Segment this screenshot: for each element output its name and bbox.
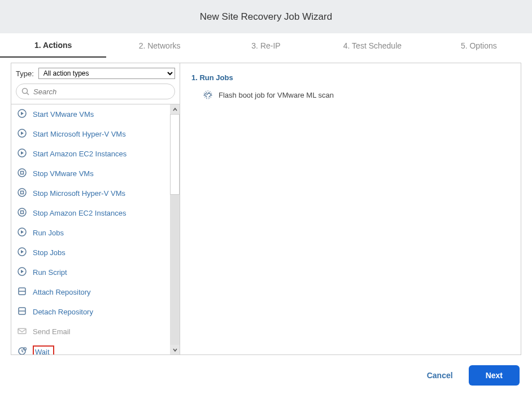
action-item-wait[interactable]: Wait: [11, 342, 180, 354]
action-list-container: Start VMware VMsStart Microsoft Hyper-V …: [11, 104, 180, 354]
action-label: Stop Jobs: [33, 248, 66, 257]
action-label: Start Amazon EC2 Instances: [33, 150, 127, 158]
action-label: Detach Repository: [33, 308, 93, 316]
svg-rect-18: [18, 329, 26, 334]
tab-4[interactable]: 5. Options: [426, 34, 532, 57]
right-panel: 1. Run Jobs Flash boot job for VMware ML…: [180, 63, 521, 354]
action-item-stop-vmware-vms[interactable]: Stop VMware VMs: [11, 164, 180, 183]
action-item-stop-jobs[interactable]: Stop Jobs: [11, 243, 180, 262]
action-label: Stop Amazon EC2 Instances: [33, 209, 126, 217]
action-label: Run Script: [33, 268, 67, 277]
tab-0[interactable]: 1. Actions: [0, 34, 106, 58]
play-icon: [17, 128, 27, 140]
action-label: Start VMware VMs: [33, 110, 94, 119]
filter-bar: Type: All action types: [11, 63, 180, 104]
action-item-attach-repository[interactable]: Attach Repository: [11, 282, 180, 302]
search-input[interactable]: [33, 87, 170, 96]
job-item: Flash boot job for VMware ML scan: [191, 90, 509, 100]
action-list: Start VMware VMsStart Microsoft Hyper-V …: [11, 104, 180, 354]
action-item-stop-amazon-ec2-instances[interactable]: Stop Amazon EC2 Instances: [11, 203, 180, 223]
action-item-start-vmware-vms[interactable]: Start VMware VMs: [11, 104, 180, 124]
play-icon: [17, 266, 27, 278]
action-item-detach-repository[interactable]: Detach Repository: [11, 302, 180, 322]
stop-icon: [17, 187, 27, 199]
tab-1[interactable]: 2. Networks: [106, 34, 212, 57]
svg-point-9: [18, 208, 26, 216]
scroll-track[interactable]: [170, 114, 180, 345]
svg-line-1: [27, 93, 29, 95]
search-wrap[interactable]: [16, 84, 175, 99]
type-label: Type:: [16, 69, 34, 78]
play-icon: [17, 227, 27, 239]
scroll-thumb[interactable]: [170, 114, 180, 195]
content-area: Type: All action types Start VMware VMsS…: [11, 63, 521, 355]
wait-icon: [17, 346, 27, 355]
action-label: Stop Microsoft Hyper-V VMs: [33, 189, 125, 198]
svg-rect-8: [21, 191, 24, 194]
scroll-down-arrow[interactable]: [170, 345, 180, 354]
svg-rect-6: [21, 172, 24, 174]
play-icon: [17, 247, 27, 259]
section-title: 1. Run Jobs: [191, 73, 509, 82]
action-item-run-jobs[interactable]: Run Jobs: [11, 223, 180, 243]
svg-point-5: [18, 169, 26, 177]
job-label: Flash boot job for VMware ML scan: [219, 91, 334, 99]
play-icon: [17, 148, 27, 160]
job-icon: [203, 90, 213, 100]
action-label: Attach Repository: [33, 288, 91, 296]
wizard-title: New Site Recovery Job Wizard: [200, 11, 332, 23]
repo-icon: [17, 306, 27, 318]
action-label: Send Email: [33, 327, 70, 336]
action-label: Run Jobs: [33, 229, 64, 237]
action-item-send-email[interactable]: Send Email: [11, 322, 180, 342]
action-item-stop-microsoft-hyper-v-vms[interactable]: Stop Microsoft Hyper-V VMs: [11, 183, 180, 203]
stop-icon: [17, 207, 27, 219]
cancel-button[interactable]: Cancel: [420, 366, 460, 384]
tab-2[interactable]: 3. Re-IP: [213, 34, 319, 57]
play-icon: [17, 108, 27, 120]
action-label: Wait: [35, 348, 50, 355]
action-item-start-microsoft-hyper-v-vms[interactable]: Start Microsoft Hyper-V VMs: [11, 124, 180, 144]
svg-rect-10: [21, 211, 24, 214]
type-select[interactable]: All action types: [38, 68, 175, 79]
scrollbar[interactable]: [170, 104, 180, 354]
left-panel: Type: All action types Start VMware VMsS…: [11, 63, 180, 354]
wizard-header: New Site Recovery Job Wizard: [0, 0, 532, 33]
footer: Cancel Next: [0, 355, 532, 394]
action-item-start-amazon-ec2-instances[interactable]: Start Amazon EC2 Instances: [11, 144, 180, 164]
search-icon: [21, 87, 30, 96]
wizard-tabs: 1. Actions2. Networks3. Re-IP4. Test Sch…: [0, 33, 532, 59]
action-label: Start Microsoft Hyper-V VMs: [33, 130, 126, 138]
scroll-up-arrow[interactable]: [170, 104, 180, 114]
svg-point-22: [204, 91, 212, 99]
mail-icon: [17, 326, 27, 338]
repo-icon: [17, 286, 27, 298]
svg-point-7: [18, 189, 26, 196]
next-button[interactable]: Next: [469, 365, 520, 386]
tab-3[interactable]: 4. Test Schedule: [319, 34, 425, 57]
type-filter-row: Type: All action types: [16, 68, 175, 79]
highlighted-action: Wait: [33, 345, 54, 354]
action-label: Stop VMware VMs: [33, 169, 94, 178]
svg-point-0: [23, 89, 28, 94]
action-item-run-script[interactable]: Run Script: [11, 262, 180, 282]
stop-icon: [17, 168, 27, 180]
